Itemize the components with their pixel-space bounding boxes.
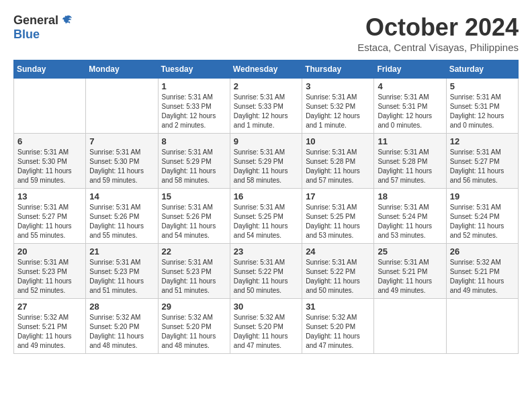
day-of-week-header: Thursday	[302, 60, 374, 79]
logo-general-text: General	[13, 13, 58, 28]
day-info: Sunrise: 5:32 AM Sunset: 5:21 PM Dayligh…	[450, 258, 515, 295]
day-info: Sunrise: 5:31 AM Sunset: 5:28 PM Dayligh…	[306, 148, 370, 185]
day-number: 28	[89, 302, 154, 312]
day-info: Sunrise: 5:31 AM Sunset: 5:27 PM Dayligh…	[450, 148, 515, 185]
day-of-week-header: Monday	[86, 60, 158, 79]
day-info: Sunrise: 5:31 AM Sunset: 5:26 PM Dayligh…	[162, 203, 226, 240]
day-number: 24	[306, 246, 370, 257]
calendar-cell: 6Sunrise: 5:31 AM Sunset: 5:30 PM Daylig…	[14, 134, 86, 189]
day-info: Sunrise: 5:31 AM Sunset: 5:29 PM Dayligh…	[162, 148, 226, 185]
day-info: Sunrise: 5:31 AM Sunset: 5:25 PM Dayligh…	[234, 203, 298, 240]
day-info: Sunrise: 5:31 AM Sunset: 5:29 PM Dayligh…	[234, 148, 298, 185]
day-number: 2	[234, 81, 298, 91]
day-info: Sunrise: 5:31 AM Sunset: 5:23 PM Dayligh…	[89, 258, 154, 295]
calendar-cell: 14Sunrise: 5:31 AM Sunset: 5:26 PM Dayli…	[86, 189, 158, 244]
day-info: Sunrise: 5:32 AM Sunset: 5:20 PM Dayligh…	[89, 313, 154, 351]
calendar-cell	[446, 299, 518, 354]
calendar-cell: 19Sunrise: 5:31 AM Sunset: 5:24 PM Dayli…	[446, 189, 518, 244]
calendar-cell: 2Sunrise: 5:31 AM Sunset: 5:33 PM Daylig…	[230, 79, 302, 134]
day-info: Sunrise: 5:31 AM Sunset: 5:23 PM Dayligh…	[17, 258, 82, 295]
location-subtitle: Estaca, Central Visayas, Philippines	[357, 42, 519, 53]
day-number: 23	[234, 246, 298, 257]
day-info: Sunrise: 5:32 AM Sunset: 5:20 PM Dayligh…	[306, 313, 370, 351]
day-number: 17	[306, 191, 370, 201]
calendar-cell	[86, 79, 158, 134]
calendar-week-row: 6Sunrise: 5:31 AM Sunset: 5:30 PM Daylig…	[14, 134, 519, 189]
calendar-cell: 22Sunrise: 5:31 AM Sunset: 5:23 PM Dayli…	[158, 244, 230, 299]
day-number: 9	[234, 136, 298, 146]
calendar-cell: 29Sunrise: 5:32 AM Sunset: 5:20 PM Dayli…	[158, 299, 230, 354]
calendar-cell: 1Sunrise: 5:31 AM Sunset: 5:33 PM Daylig…	[158, 79, 230, 134]
calendar-cell: 7Sunrise: 5:31 AM Sunset: 5:30 PM Daylig…	[86, 134, 158, 189]
day-number: 7	[89, 136, 154, 146]
calendar-cell: 16Sunrise: 5:31 AM Sunset: 5:25 PM Dayli…	[230, 189, 302, 244]
calendar-cell: 9Sunrise: 5:31 AM Sunset: 5:29 PM Daylig…	[230, 134, 302, 189]
day-info: Sunrise: 5:31 AM Sunset: 5:22 PM Dayligh…	[306, 258, 370, 295]
calendar-cell: 28Sunrise: 5:32 AM Sunset: 5:20 PM Dayli…	[86, 299, 158, 354]
calendar-cell: 20Sunrise: 5:31 AM Sunset: 5:23 PM Dayli…	[14, 244, 86, 299]
day-number: 25	[378, 246, 442, 257]
calendar-cell: 5Sunrise: 5:31 AM Sunset: 5:31 PM Daylig…	[446, 79, 518, 134]
day-number: 31	[306, 302, 370, 312]
calendar-cell	[374, 299, 446, 354]
day-info: Sunrise: 5:31 AM Sunset: 5:30 PM Dayligh…	[17, 148, 82, 185]
day-info: Sunrise: 5:31 AM Sunset: 5:26 PM Dayligh…	[89, 203, 154, 240]
calendar-cell: 10Sunrise: 5:31 AM Sunset: 5:28 PM Dayli…	[302, 134, 374, 189]
day-info: Sunrise: 5:31 AM Sunset: 5:28 PM Dayligh…	[378, 148, 442, 185]
day-info: Sunrise: 5:31 AM Sunset: 5:32 PM Dayligh…	[306, 93, 370, 130]
day-number: 8	[162, 136, 226, 146]
day-info: Sunrise: 5:31 AM Sunset: 5:22 PM Dayligh…	[234, 258, 298, 295]
day-info: Sunrise: 5:31 AM Sunset: 5:21 PM Dayligh…	[378, 258, 442, 295]
calendar-week-row: 20Sunrise: 5:31 AM Sunset: 5:23 PM Dayli…	[14, 244, 519, 299]
day-number: 30	[234, 302, 298, 312]
day-of-week-header: Sunday	[14, 60, 86, 79]
calendar-cell: 26Sunrise: 5:32 AM Sunset: 5:21 PM Dayli…	[446, 244, 518, 299]
day-info: Sunrise: 5:31 AM Sunset: 5:33 PM Dayligh…	[234, 93, 298, 130]
day-info: Sunrise: 5:31 AM Sunset: 5:25 PM Dayligh…	[306, 203, 370, 240]
day-info: Sunrise: 5:32 AM Sunset: 5:20 PM Dayligh…	[234, 313, 298, 351]
day-info: Sunrise: 5:31 AM Sunset: 5:23 PM Dayligh…	[162, 258, 226, 295]
calendar-header-row: SundayMondayTuesdayWednesdayThursdayFrid…	[14, 60, 519, 79]
calendar-cell: 3Sunrise: 5:31 AM Sunset: 5:32 PM Daylig…	[302, 79, 374, 134]
calendar-cell: 18Sunrise: 5:31 AM Sunset: 5:24 PM Dayli…	[374, 189, 446, 244]
day-number: 3	[306, 81, 370, 91]
day-info: Sunrise: 5:32 AM Sunset: 5:20 PM Dayligh…	[162, 313, 226, 351]
day-number: 11	[378, 136, 442, 146]
calendar-cell: 17Sunrise: 5:31 AM Sunset: 5:25 PM Dayli…	[302, 189, 374, 244]
day-number: 20	[17, 246, 82, 257]
calendar-cell: 23Sunrise: 5:31 AM Sunset: 5:22 PM Dayli…	[230, 244, 302, 299]
calendar-week-row: 13Sunrise: 5:31 AM Sunset: 5:27 PM Dayli…	[14, 189, 519, 244]
day-number: 19	[450, 191, 515, 201]
calendar-cell: 15Sunrise: 5:31 AM Sunset: 5:26 PM Dayli…	[158, 189, 230, 244]
calendar-table: SundayMondayTuesdayWednesdayThursdayFrid…	[13, 60, 519, 354]
day-number: 5	[450, 81, 515, 91]
day-number: 14	[89, 191, 154, 201]
day-of-week-header: Friday	[374, 60, 446, 79]
calendar-cell: 24Sunrise: 5:31 AM Sunset: 5:22 PM Dayli…	[302, 244, 374, 299]
day-number: 10	[306, 136, 370, 146]
day-info: Sunrise: 5:31 AM Sunset: 5:31 PM Dayligh…	[450, 93, 515, 130]
month-title: October 2024	[357, 13, 519, 42]
logo-bird-icon	[60, 14, 73, 28]
day-info: Sunrise: 5:31 AM Sunset: 5:27 PM Dayligh…	[17, 203, 82, 240]
day-info: Sunrise: 5:31 AM Sunset: 5:33 PM Dayligh…	[162, 93, 226, 130]
day-number: 6	[17, 136, 82, 146]
day-number: 16	[234, 191, 298, 201]
day-of-week-header: Saturday	[446, 60, 518, 79]
calendar-cell: 30Sunrise: 5:32 AM Sunset: 5:20 PM Dayli…	[230, 299, 302, 354]
day-number: 21	[89, 246, 154, 257]
logo: General Blue	[13, 13, 73, 42]
calendar-cell: 27Sunrise: 5:32 AM Sunset: 5:21 PM Dayli…	[14, 299, 86, 354]
day-of-week-header: Tuesday	[158, 60, 230, 79]
calendar-cell: 21Sunrise: 5:31 AM Sunset: 5:23 PM Dayli…	[86, 244, 158, 299]
calendar-cell: 4Sunrise: 5:31 AM Sunset: 5:31 PM Daylig…	[374, 79, 446, 134]
day-info: Sunrise: 5:31 AM Sunset: 5:31 PM Dayligh…	[378, 93, 442, 130]
day-number: 12	[450, 136, 515, 146]
day-info: Sunrise: 5:32 AM Sunset: 5:21 PM Dayligh…	[17, 313, 82, 351]
day-number: 18	[378, 191, 442, 201]
day-number: 13	[17, 191, 82, 201]
day-info: Sunrise: 5:31 AM Sunset: 5:30 PM Dayligh…	[89, 148, 154, 185]
day-number: 15	[162, 191, 226, 201]
day-number: 27	[17, 302, 82, 312]
title-area: October 2024 Estaca, Central Visayas, Ph…	[357, 13, 519, 53]
